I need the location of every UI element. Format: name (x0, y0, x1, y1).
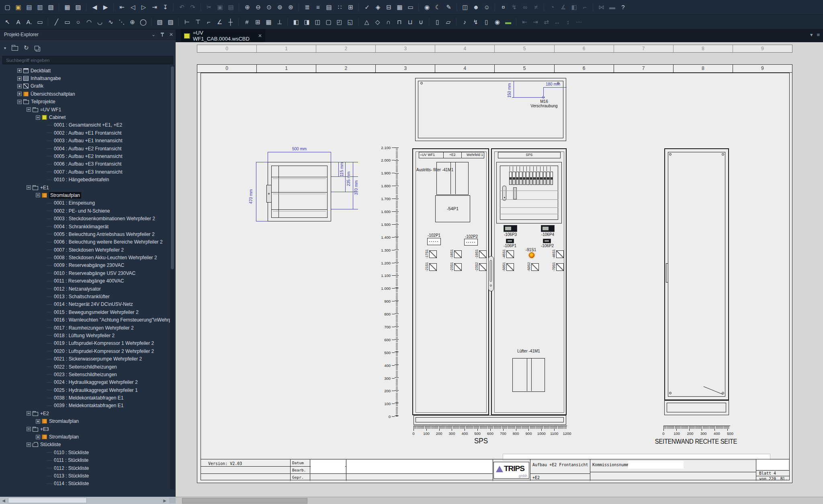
zoom-in-icon[interactable]: ⊕ (242, 2, 252, 12)
new-window-icon[interactable]: ◫ (460, 2, 470, 12)
tree-item[interactable]: 0114 : Stückliste (0, 480, 170, 488)
user-search-icon[interactable]: ☺ (482, 2, 492, 12)
tree-item[interactable]: 0111 : Stückliste (0, 457, 170, 464)
view-options-caret-icon[interactable]: ▾ (4, 46, 6, 50)
tree-item[interactable]: 0003 : Aufbau +E1 Innenansicht (0, 137, 170, 145)
tree-item[interactable]: 0004 : Aufbau +E2 Frontansicht (0, 145, 170, 152)
user-icon[interactable]: ☻ (471, 2, 481, 12)
pane-split-icon[interactable]: ◫ (313, 17, 323, 27)
tree-item[interactable]: 0019 : Luftsprudel-Kompressor 1 Wehrpfei… (0, 340, 170, 347)
cascade-windows-icon[interactable]: ◰ (334, 17, 344, 27)
chevron-down-icon[interactable]: ⌄ (149, 31, 158, 38)
tree-item[interactable]: −Stromlaufplan (0, 191, 170, 199)
plinth-center[interactable] (414, 415, 566, 425)
tree-expand-toggle[interactable]: + (17, 92, 22, 96)
tab-close-icon[interactable]: ✕ (258, 33, 262, 39)
table-icon[interactable]: ⊞ (346, 2, 356, 12)
swap-icon[interactable]: ⇄ (541, 17, 551, 27)
check-project-icon[interactable]: ✓ (362, 2, 372, 12)
stretch-h-icon[interactable]: ↔ (552, 17, 562, 27)
indicator-lamp-icon[interactable]: ◉ (492, 17, 502, 27)
dim-horizontal-icon[interactable]: ⊢ (182, 17, 192, 27)
distribute-icon[interactable]: ⋯ (574, 17, 584, 27)
snap-grid-icon[interactable]: # (242, 17, 252, 27)
cross-reference-icon[interactable]: ∷ (335, 2, 345, 12)
visibility-icon[interactable]: ◉ (422, 2, 432, 12)
print-icon[interactable]: ▦ (62, 2, 72, 12)
meter-106p4[interactable] (541, 225, 555, 232)
tree-item[interactable]: +Grafik (0, 82, 170, 90)
compass-icon[interactable]: ◔ (547, 2, 557, 12)
switch-21s1[interactable]: -21S1 (425, 263, 437, 271)
duplicate-icon[interactable] (35, 46, 39, 50)
dim-aligned-icon[interactable]: ⌐ (204, 17, 214, 27)
insert-image-icon[interactable]: ▧ (155, 17, 165, 27)
rectangle-icon[interactable]: ▭ (62, 17, 72, 27)
align-right-icon[interactable]: ⇥ (530, 17, 540, 27)
tree-item[interactable]: −+E3 (0, 425, 170, 433)
tree-expand-toggle[interactable]: + (36, 419, 40, 424)
close-icon[interactable]: ✕ (167, 31, 176, 38)
plugin-icon[interactable]: ⋈ (596, 2, 606, 12)
enclosure-icon[interactable]: ▱ (443, 17, 453, 27)
tree-item[interactable]: 0020 : Luftsprudel-Kompressor 2 Wehrpfei… (0, 347, 170, 355)
zoom-fit-icon[interactable]: ⊚ (275, 2, 285, 12)
tree-expand-toggle[interactable]: − (27, 107, 31, 112)
tree-item[interactable]: 0002 : PE- und N-Schiene (0, 207, 170, 215)
tree-item[interactable]: 0004 : Schrankklimagerät (0, 223, 170, 230)
bezier-icon[interactable]: ∿ (106, 17, 116, 27)
circle-icon[interactable]: ○ (73, 17, 83, 27)
tree-item[interactable]: −Teilprojekte (0, 98, 170, 106)
tree-item[interactable]: 0025 : Hydraulikaggregat Wehrpfeiler 1 (0, 386, 170, 394)
terminal-icon[interactable]: ▬ (607, 2, 617, 12)
tree-expand-toggle[interactable]: − (36, 115, 40, 120)
line-icon[interactable]: ╱ (51, 17, 61, 27)
tree-expand-toggle[interactable]: − (27, 185, 31, 190)
tree-item[interactable]: 0110 : Stückliste (0, 449, 170, 456)
tree-item[interactable]: 0112 : Stückliste (0, 464, 170, 472)
polyline-icon[interactable]: ⋱ (117, 17, 127, 27)
previous-page-icon[interactable]: ◁ (128, 2, 138, 12)
tree-item[interactable]: 0010 : Reserveabgänge USV 230VAC (0, 269, 170, 277)
ellipse-icon[interactable]: ◯ (138, 17, 148, 27)
cabinet-panel-icon[interactable]: ▯ (432, 17, 442, 27)
tree-item[interactable]: 0038 : Meldekontaktabfragen E1 (0, 394, 170, 402)
dim-angle-icon[interactable]: ∠ (215, 17, 225, 27)
tree-item[interactable]: 0023 : Seitenschildheizungen (0, 371, 170, 378)
meter-106p2[interactable] (543, 239, 551, 243)
refresh-icon[interactable]: ↻ (24, 44, 29, 51)
report-icon[interactable]: ▤ (324, 2, 334, 12)
tree-item[interactable]: 0039 : Meldekontaktabfragen E1 (0, 402, 170, 410)
text-icon[interactable]: A (13, 17, 23, 27)
open-project-icon[interactable]: ▣ (13, 2, 23, 12)
dark-mode-icon[interactable]: ☾ (433, 2, 443, 12)
unlink-icon[interactable]: ≠ (531, 2, 541, 12)
tree-item[interactable]: 0003 : Steckdosenkombinationen Wehrpfeil… (0, 215, 170, 222)
symbol-browser-icon[interactable]: ⊟ (384, 2, 394, 12)
zoom-window-icon[interactable]: ⊙ (264, 2, 274, 12)
battery-icon[interactable]: ▯ (481, 17, 491, 27)
tree-item[interactable]: −+E2 (0, 410, 170, 417)
viewport-icon[interactable]: ▢ (323, 17, 334, 27)
redline-icon[interactable]: ✎ (444, 2, 454, 12)
first-page-icon[interactable]: ⇤ (117, 2, 127, 12)
tree-item[interactable]: 0014 : Netzgerät 24V DC\nUSV-Netz (0, 301, 170, 308)
enclosure-handle[interactable] (502, 186, 506, 201)
goto-page-icon[interactable]: ↧ (160, 2, 170, 12)
node-icon[interactable]: ⊕ (127, 17, 137, 27)
last-page-icon[interactable]: ⇥ (149, 2, 160, 12)
top-view[interactable]: 150 mm 180 mm M16 Verschraubung (415, 78, 566, 141)
tree-expand-toggle[interactable]: + (17, 68, 22, 73)
cabinet-front-left[interactable]: =UV WF1 +E2 Wehrfeld 1 Austritts- filter… (412, 148, 489, 415)
switch-50s1[interactable]: -50S1 (502, 263, 514, 271)
tree-item[interactable]: +Inhaltsangabe (0, 74, 170, 82)
switch-45s1[interactable]: -45S1 (502, 250, 514, 258)
tree-item[interactable]: 0022 : Seitenschildheizungen (0, 363, 170, 371)
text-attribute-icon[interactable]: A. (24, 17, 34, 27)
print-preview-icon[interactable]: ▨ (73, 2, 83, 12)
door-handle[interactable] (488, 256, 494, 291)
pane-right-icon[interactable]: ◨ (302, 17, 312, 27)
document-tab[interactable]: =UV WF1_CAB.0004.wsCBD ✕ (181, 29, 265, 42)
stretch-v-icon[interactable]: ↕ (563, 17, 573, 27)
arc-icon[interactable]: ◠ (84, 17, 94, 27)
